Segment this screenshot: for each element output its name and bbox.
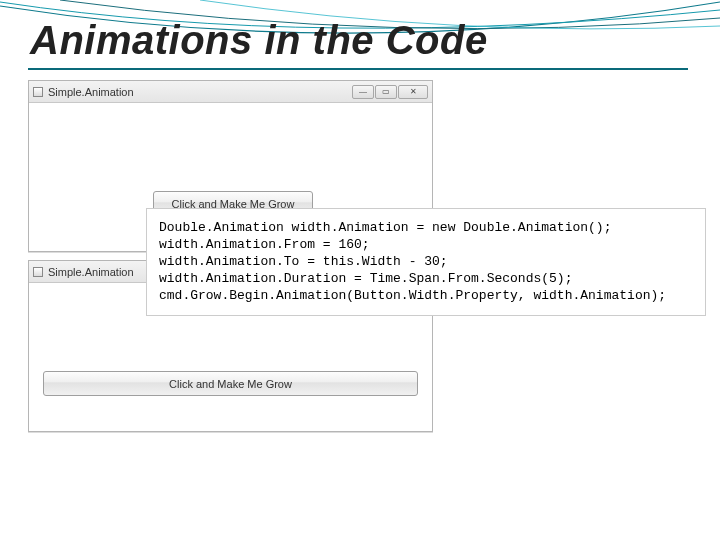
code-snippet: Double.Animation width.Animation = new D… xyxy=(146,208,706,316)
minimize-button[interactable]: — xyxy=(352,85,374,99)
title-underline xyxy=(28,68,688,70)
slide-title: Animations in the Code xyxy=(30,18,488,63)
window-caption: Simple.Animation xyxy=(48,86,347,98)
app-icon xyxy=(33,87,43,97)
window-controls: — ▭ ✕ xyxy=(352,85,428,99)
close-button[interactable]: ✕ xyxy=(398,85,428,99)
code-line: cmd.Grow.Begin.Animation(Button.Width.Pr… xyxy=(159,288,666,303)
grow-button-expanded[interactable]: Click and Make Me Grow xyxy=(43,371,418,396)
app-icon xyxy=(33,267,43,277)
titlebar: Simple.Animation — ▭ ✕ xyxy=(29,81,432,103)
code-line: width.Animation.To = this.Width - 30; xyxy=(159,254,448,269)
slide-content: Simple.Animation — ▭ ✕ Click and Make Me… xyxy=(28,80,688,500)
code-line: width.Animation.From = 160; xyxy=(159,237,370,252)
code-line: Double.Animation width.Animation = new D… xyxy=(159,220,611,235)
maximize-button[interactable]: ▭ xyxy=(375,85,397,99)
code-line: width.Animation.Duration = Time.Span.Fro… xyxy=(159,271,572,286)
